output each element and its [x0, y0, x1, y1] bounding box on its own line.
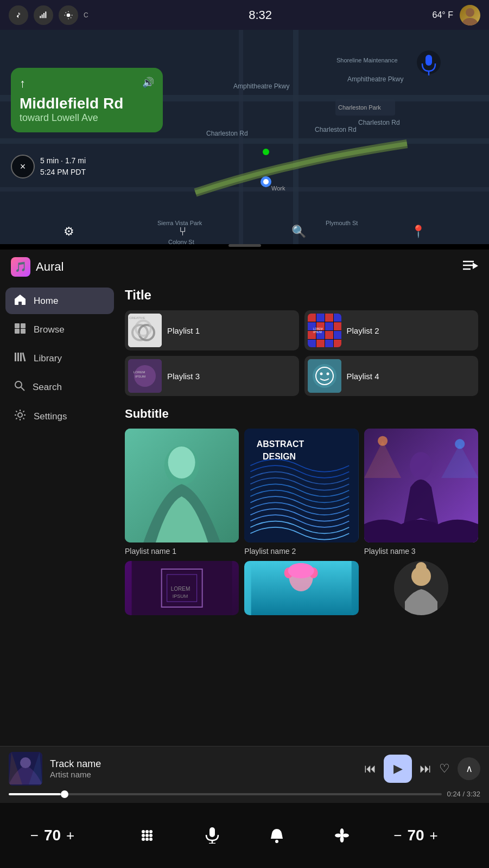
svg-point-131	[342, 834, 349, 838]
avatar[interactable]	[460, 5, 480, 25]
browse-icon	[14, 323, 26, 336]
svg-text:Charleston Rd: Charleston Rd	[206, 130, 248, 137]
next-track-button[interactable]: ⏭	[420, 762, 431, 776]
sidebar-item-library[interactable]: Library	[5, 345, 114, 372]
playlist-card-4[interactable]: Playlist 4	[304, 356, 479, 396]
np-time: 0:24 / 3:32	[447, 790, 480, 798]
svg-rect-44	[21, 329, 26, 334]
sidebar-item-home[interactable]: Home	[5, 288, 114, 314]
subtitle-art-partial-3	[394, 561, 448, 615]
vol-right-minus-button[interactable]: −	[393, 827, 402, 844]
status-right: 64° F	[433, 5, 480, 25]
svg-text:Charleston Rd: Charleston Rd	[358, 119, 400, 126]
prev-track-button[interactable]: ⏮	[364, 762, 376, 776]
svg-text:LOREM: LOREM	[134, 371, 145, 374]
svg-rect-58	[308, 314, 316, 322]
fan-button[interactable]	[329, 822, 355, 848]
np-controls: ⏮ ▶ ⏭ ♡ ∧	[364, 755, 480, 783]
status-left: C	[9, 5, 88, 25]
subtitle-art-partial-2	[244, 561, 358, 615]
like-button[interactable]: ♡	[439, 762, 450, 776]
subtitle-art-2: ABSTRACT DESIGN	[244, 429, 358, 542]
route-options-button[interactable]: ⑂	[179, 225, 186, 239]
app-logo-icon: 🎵	[11, 257, 30, 277]
route-arrival: 5:24 PM PDT	[40, 167, 86, 178]
svg-rect-2	[43, 13, 45, 18]
temperature: 64° F	[433, 10, 453, 20]
playlist-thumb-3: LOREM IPSUM	[128, 359, 162, 393]
svg-point-11	[466, 8, 474, 17]
svg-rect-17	[293, 30, 299, 244]
svg-point-122	[149, 838, 153, 841]
svg-rect-72	[325, 340, 333, 347]
np-track-name: Track name	[50, 758, 357, 770]
expand-player-button[interactable]: ∧	[458, 757, 480, 780]
svg-rect-47	[20, 353, 22, 361]
svg-point-84	[326, 373, 329, 375]
progress-thumb	[61, 790, 68, 798]
settings-button[interactable]: ⚙	[63, 225, 74, 239]
bell-button[interactable]	[264, 822, 290, 848]
nav-direction-icon: ↑	[20, 76, 26, 91]
subtitle-card-partial-1[interactable]: LOREM IPSUM	[125, 561, 239, 615]
svg-point-29	[263, 179, 269, 184]
subtitle-name-1: Playlist name 1	[125, 547, 239, 556]
svg-text:Charleston Rd: Charleston Rd	[315, 126, 357, 133]
grid-button[interactable]	[134, 822, 160, 848]
sidebar-label-home: Home	[34, 296, 58, 307]
now-playing-bar: Track name Artist name ⏮ ▶ ⏭ ♡ ∧ 0:24 / …	[0, 746, 489, 803]
sidebar-label-search: Search	[33, 382, 62, 393]
svg-rect-46	[17, 353, 19, 361]
nav-toward: toward Lowell Ave	[20, 112, 154, 124]
dismiss-navigation-button[interactable]: ×	[11, 155, 35, 178]
np-progress: 0:24 / 3:32	[9, 790, 480, 798]
mic-button[interactable]	[199, 822, 225, 848]
location-pin-button[interactable]: 📍	[411, 225, 426, 239]
playlist-card-1[interactable]: CREATIVE Playlist 1	[125, 310, 299, 350]
bluetooth-icon	[9, 5, 28, 25]
svg-point-120	[142, 838, 145, 841]
np-artist-name: Artist name	[50, 770, 357, 779]
playlist-card-2[interactable]: LOREM IPSUM Playlist 2	[304, 310, 479, 350]
home-icon	[14, 294, 26, 308]
vol-left-minus-button[interactable]: −	[30, 827, 39, 844]
navigation-card: ↑ 🔊 Middlefield Rd toward Lowell Ave	[11, 68, 163, 132]
playlist-name-3: Playlist 3	[167, 372, 200, 381]
subtitle-art-3	[364, 429, 478, 542]
bottom-controls: − 70 + − 70	[0, 803, 489, 868]
svg-rect-64	[325, 322, 333, 330]
search-map-button[interactable]: 🔍	[291, 225, 306, 239]
app-header: 🎵 Aural	[0, 250, 489, 282]
subtitle-card-partial-3[interactable]	[364, 561, 478, 615]
svg-line-7	[66, 12, 66, 12]
playlist-card-3[interactable]: LOREM IPSUM Playlist 3	[125, 356, 299, 396]
subtitle-card-2[interactable]: ABSTRACT DESIGN	[244, 429, 358, 556]
subtitle-card-1[interactable]: Playlist name 1	[125, 429, 239, 556]
play-pause-button[interactable]: ▶	[384, 755, 412, 783]
svg-rect-1	[42, 14, 43, 18]
subtitle-name-3: Playlist name 3	[364, 547, 478, 556]
subtitle-card-partial-2[interactable]	[244, 561, 358, 615]
sidebar-label-settings: Settings	[34, 411, 67, 422]
vol-left-plus-button[interactable]: +	[66, 827, 74, 844]
svg-rect-45	[15, 353, 16, 361]
sidebar-label-browse: Browse	[34, 324, 65, 335]
svg-rect-3	[45, 11, 46, 18]
sidebar-item-settings[interactable]: Settings	[5, 403, 114, 430]
sidebar-item-search[interactable]: Search	[5, 374, 114, 400]
subtitle-card-3[interactable]: Playlist name 3	[364, 429, 478, 556]
drag-handle[interactable]	[228, 244, 261, 247]
svg-line-8	[71, 17, 71, 18]
queue-button[interactable]	[463, 259, 478, 275]
svg-text:Colony St: Colony St	[168, 239, 194, 244]
svg-text:Charleston Park: Charleston Park	[338, 104, 381, 111]
playlist-grid: CREATIVE Playlist 1	[125, 310, 478, 396]
volume-right-group: − 70 +	[393, 827, 459, 844]
app-name: Aural	[36, 260, 63, 274]
svg-point-12	[462, 18, 478, 25]
vol-right-plus-button[interactable]: +	[430, 827, 438, 844]
svg-line-50	[21, 387, 24, 391]
sidebar-item-browse[interactable]: Browse	[5, 316, 114, 343]
subtitle-name-2: Playlist name 2	[244, 547, 358, 556]
progress-track[interactable]	[9, 793, 442, 795]
